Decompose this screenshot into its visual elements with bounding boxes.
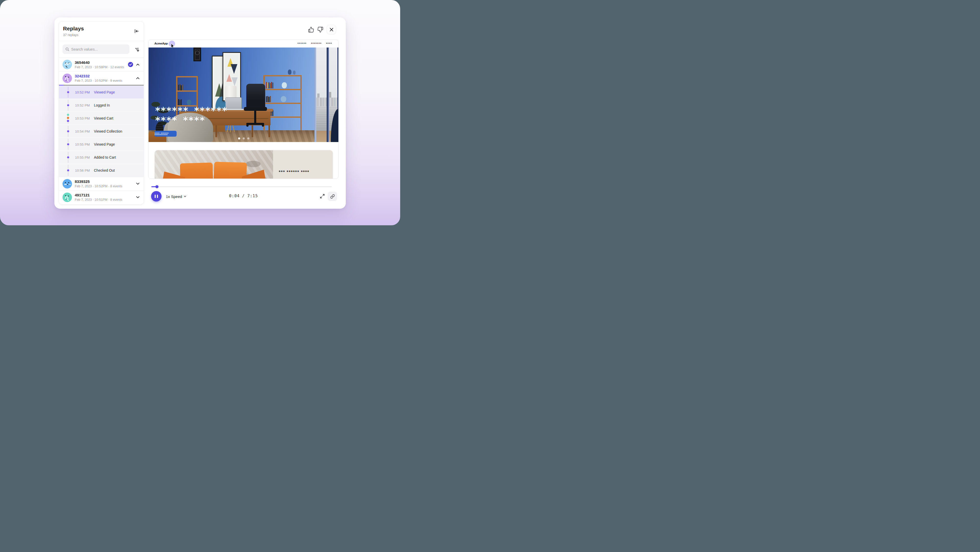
thumbs-down-button[interactable] — [317, 27, 323, 33]
replays-sidebar: Replays 37 replays — [59, 21, 144, 204]
masked-nav-item: ****** — [298, 42, 307, 45]
total-duration: 7:15 — [247, 194, 258, 198]
replayed-product-card: *** ****** **** — [155, 150, 333, 179]
search-icon — [65, 47, 69, 51]
search-row — [59, 41, 144, 57]
masked-cta-label: **** ****** ********** — [154, 133, 177, 136]
masked-hero-heading-line1: ****** ****** — [155, 107, 228, 115]
session-row-4917121[interactable]: 4917121 Feb 7, 2023 · 10:51PM · 8 events — [59, 190, 144, 204]
sort-descending-icon — [134, 47, 140, 53]
session-id: 3654640 — [75, 60, 124, 65]
replayed-site-header: AcmeApp ****** ******* **** — [148, 40, 339, 48]
session-id: 8339325 — [75, 179, 122, 183]
playback-time: 0:04 / 7:15 — [148, 194, 339, 198]
collapse-left-icon — [134, 28, 139, 34]
thumbs-up-button[interactable] — [308, 27, 314, 33]
chevron-up-icon[interactable] — [135, 62, 140, 67]
chevron-down-icon[interactable] — [135, 181, 140, 186]
event-dot — [67, 156, 70, 159]
carousel-dot — [247, 137, 249, 139]
masked-hero-heading-line2: **** **** — [155, 116, 205, 124]
session-meta: Feb 7, 2023 · 10:58PM · 12 events — [75, 65, 124, 69]
thumbs-down-icon — [317, 27, 323, 33]
event-time: 10:54 PM — [75, 129, 91, 133]
event-row-added-to-cart[interactable]: 10:55 PM Added to Cart — [59, 151, 144, 164]
event-dot — [67, 130, 70, 133]
masked-nav-item: **** — [326, 42, 332, 45]
event-label: Viewed Cart — [94, 116, 113, 120]
event-dot — [67, 91, 70, 94]
event-label: Checked Out — [94, 168, 115, 172]
replayed-hero-image: ****** ****** **** **** **** ****** ****… — [148, 48, 339, 142]
chevron-up-icon[interactable] — [135, 76, 140, 80]
sofa-photo — [155, 150, 273, 179]
product-card-panel: *** ****** **** — [273, 150, 333, 179]
event-row-viewed-page-1[interactable]: 10:52 PM Viewed Page — [59, 86, 144, 99]
hero-office-chair — [246, 84, 265, 108]
event-row-viewed-page-2[interactable]: 10:55 PM Viewed Page — [59, 138, 144, 151]
event-time: 10:53 PM — [75, 116, 91, 120]
expand-icon — [320, 194, 325, 199]
replay-modal: Replays 37 replays — [54, 18, 346, 209]
search-input-box[interactable] — [62, 45, 129, 54]
event-time: 10:55 PM — [75, 156, 91, 160]
session-row-3242332[interactable]: 3242332 Feb 7, 2023 · 10:52PM · 9 events — [59, 71, 144, 85]
session-info: 3654640 Feb 7, 2023 · 10:58PM · 12 event… — [75, 60, 124, 69]
session-info: 3242332 Feb 7, 2023 · 10:52PM · 9 events — [75, 74, 122, 83]
replayed-site-logo: AcmeApp — [154, 42, 168, 45]
hero-laptop — [225, 97, 242, 109]
replay-viewport: AcmeApp ****** ******* **** — [148, 40, 339, 179]
event-row-viewed-cart[interactable]: 10:53 PM Viewed Cart — [59, 112, 144, 124]
chevron-down-icon[interactable] — [135, 195, 140, 199]
event-row-viewed-collection[interactable]: 10:54 PM Viewed Collection — [59, 124, 144, 138]
avatar — [62, 193, 72, 202]
seek-bar[interactable] — [151, 186, 332, 187]
masked-product-text: *** ****** **** — [279, 170, 309, 174]
event-row-logged-in[interactable]: 10:52 PM Logged In — [59, 99, 144, 112]
session-meta: Feb 7, 2023 · 10:52PM · 9 events — [75, 79, 122, 83]
current-time: 0:04 — [229, 194, 240, 198]
masked-nav-item: ******* — [311, 42, 321, 45]
avatar — [62, 60, 72, 69]
search-input[interactable] — [71, 47, 125, 51]
collapse-sidebar-button[interactable] — [134, 28, 140, 34]
seek-bar-thumb[interactable] — [156, 185, 159, 188]
event-label: Viewed Page — [94, 90, 115, 94]
event-label: Viewed Page — [94, 142, 115, 146]
avatar — [62, 179, 72, 188]
event-label: Logged In — [94, 103, 110, 107]
event-time: 10:55 PM — [75, 142, 91, 146]
replayed-cta-button: **** ****** ********** — [154, 131, 177, 137]
session-id: 3242332 — [75, 74, 122, 78]
carousel-dots — [235, 137, 252, 139]
event-dot-cluster — [66, 113, 70, 123]
app-background: Replays 37 replays — [0, 0, 400, 225]
time-separator: / — [242, 194, 245, 198]
sort-button[interactable] — [134, 46, 140, 53]
event-row-checked-out[interactable]: 10:56 PM Checked Out — [59, 164, 144, 177]
event-time: 10:52 PM — [75, 104, 91, 107]
copy-link-button[interactable] — [328, 191, 337, 201]
session-meta: Feb 7, 2023 · 10:51PM · 8 events — [75, 198, 122, 201]
carousel-dot-active — [238, 137, 240, 139]
event-dot — [67, 143, 70, 146]
session-info: 4917121 Feb 7, 2023 · 10:51PM · 8 events — [75, 193, 122, 201]
avatar — [62, 73, 72, 83]
thumbs-up-icon — [308, 27, 314, 33]
session-id: 4917121 — [75, 193, 122, 197]
replayed-content-section: *** ****** **** — [148, 142, 339, 179]
page-title: Replays — [63, 26, 140, 32]
session-row-8339325[interactable]: 8339325 Feb 7, 2023 · 10:52PM · 8 events — [59, 177, 144, 190]
session-meta: Feb 7, 2023 · 10:52PM · 8 events — [75, 184, 122, 188]
event-dot — [67, 169, 70, 172]
event-time: 10:52 PM — [75, 91, 91, 94]
event-label: Viewed Collection — [94, 129, 122, 133]
link-icon — [330, 194, 335, 199]
replayed-site-nav: ****** ******* **** — [298, 42, 332, 45]
session-row-3654640[interactable]: 3654640 Feb 7, 2023 · 10:58PM · 12 event… — [59, 58, 144, 71]
replay-count: 37 replays — [63, 33, 140, 37]
fullscreen-button[interactable] — [320, 194, 325, 199]
close-button[interactable] — [327, 25, 336, 34]
sidebar-header: Replays 37 replays — [59, 21, 144, 41]
event-label: Added to Cart — [94, 155, 116, 160]
